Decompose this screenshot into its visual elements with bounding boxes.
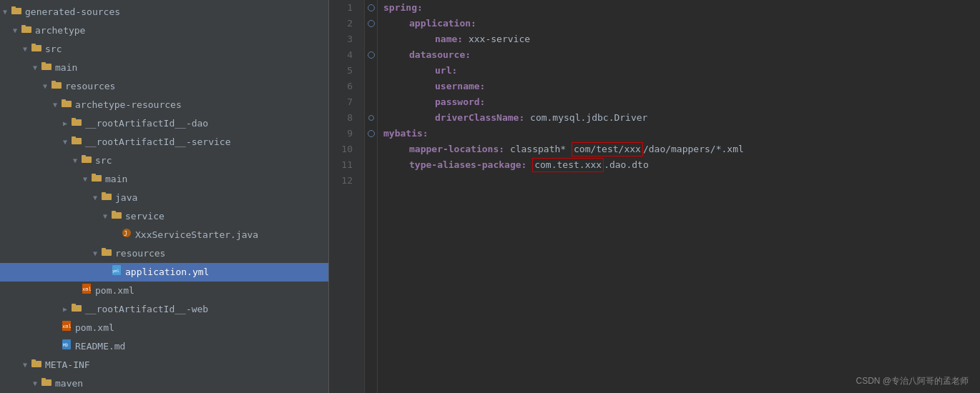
tree-item-archetype[interactable]: ▼archetype xyxy=(0,21,328,40)
svg-rect-13 xyxy=(72,118,76,120)
tree-label-meta-inf: META-INF xyxy=(45,358,90,372)
yaml-val-after2-11: .dao.dto xyxy=(604,157,649,173)
indent-space-4 xyxy=(383,47,409,63)
svg-rect-23 xyxy=(112,211,116,213)
tree-icon-java xyxy=(100,190,113,206)
tree-item-meta-inf[interactable]: ▼META-INF xyxy=(0,356,328,374)
tree-icon-main2 xyxy=(90,171,103,187)
tree-arrow-meta-inf[interactable]: ▼ xyxy=(20,358,30,372)
svg-rect-4 xyxy=(31,45,41,51)
code-line-11: type-aliases-package: com.test.xxx.dao.d… xyxy=(383,157,980,173)
tree-item-XxxServiceStarter[interactable]: JXxxServiceStarter.java xyxy=(0,226,328,244)
tree-arrow-java[interactable]: ▼ xyxy=(90,191,100,205)
tree-item-src2[interactable]: ▼src xyxy=(0,151,328,170)
code-line-7: password: xyxy=(383,94,980,110)
tree-icon-resources xyxy=(50,79,63,94)
line-numbers: 123456789101112 xyxy=(329,0,365,393)
code-editor: 123456789101112 spring: application: nam… xyxy=(329,0,980,393)
tree-label-java: java xyxy=(115,191,137,205)
tree-arrow-maven[interactable]: ▼ xyxy=(30,377,40,391)
tree-arrow-resources2[interactable]: ▼ xyxy=(90,247,100,261)
svg-rect-22 xyxy=(112,212,122,219)
tree-label-service: service xyxy=(125,209,165,224)
tree-arrow-rootArtifactId-web[interactable]: ▶ xyxy=(60,302,70,317)
svg-rect-21 xyxy=(102,192,106,194)
svg-rect-12 xyxy=(72,119,82,126)
svg-rect-32 xyxy=(72,305,82,312)
code-content: 123456789101112 spring: application: nam… xyxy=(329,0,980,393)
tree-arrow-service[interactable]: ▼ xyxy=(100,209,110,224)
tree-icon-rootArtifactId-service xyxy=(70,134,83,150)
tree-item-java[interactable]: ▼java xyxy=(0,189,328,207)
tree-item-resources2[interactable]: ▼resources xyxy=(0,244,328,263)
code-line-4: datasource: xyxy=(383,47,980,63)
tree-item-maven[interactable]: ▼maven xyxy=(0,374,328,393)
tree-item-main2[interactable]: ▼main xyxy=(0,170,328,189)
gutter-6 xyxy=(365,79,377,94)
tree-item-service[interactable]: ▼service xyxy=(0,207,328,226)
tree-item-application-yml[interactable]: ymlapplication.yml xyxy=(0,263,328,282)
line-number-9: 9 xyxy=(329,126,358,141)
yaml-key-10: mapper-locations: xyxy=(409,141,504,157)
tree-item-readme[interactable]: MDREADME.md xyxy=(0,337,328,356)
svg-rect-33 xyxy=(72,304,76,306)
svg-rect-15 xyxy=(72,136,76,139)
gutter-area xyxy=(365,0,378,393)
tree-icon-service xyxy=(110,209,123,224)
tree-arrow-resources[interactable]: ▼ xyxy=(40,79,50,94)
tree-item-resources[interactable]: ▼resources xyxy=(0,77,328,96)
tree-item-main[interactable]: ▼main xyxy=(0,59,328,77)
indent-space-11 xyxy=(383,157,409,173)
tree-icon-maven xyxy=(40,376,53,392)
svg-rect-7 xyxy=(41,62,46,64)
tree-arrow-main[interactable]: ▼ xyxy=(30,61,40,75)
svg-rect-27 xyxy=(102,248,106,250)
svg-rect-9 xyxy=(52,81,56,83)
yaml-key-4: datasource: xyxy=(409,47,471,63)
line-number-12: 12 xyxy=(329,173,358,189)
tree-item-archetype-resources[interactable]: ▼archetype-resources xyxy=(0,96,328,114)
svg-rect-41 xyxy=(41,378,46,380)
tree-item-generated-sources[interactable]: ▼generated-sources xyxy=(0,3,328,21)
gutter-10 xyxy=(365,141,377,157)
gutter-4 xyxy=(365,47,377,63)
svg-rect-40 xyxy=(41,379,52,386)
tree-label-src2: src xyxy=(95,154,112,168)
line-number-1: 1 xyxy=(329,0,358,16)
tree-item-rootArtifactId-service[interactable]: ▼__rootArtifactId__-service xyxy=(0,133,328,151)
tree-arrow-rootArtifactId-service[interactable]: ▼ xyxy=(60,135,70,149)
tree-label-main2: main xyxy=(105,172,127,186)
gutter-8 xyxy=(365,110,377,126)
tree-icon-readme: MD xyxy=(60,339,73,354)
code-line-9: mybatis: xyxy=(383,126,980,141)
fold-marker-2 xyxy=(368,20,375,27)
tree-label-main: main xyxy=(55,61,77,75)
svg-text:yml: yml xyxy=(112,269,119,274)
tree-item-pom-archetype[interactable]: xmlpom.xml xyxy=(0,319,328,337)
tree-item-rootArtifactId-web[interactable]: ▶__rootArtifactId__-web xyxy=(0,300,328,319)
svg-rect-11 xyxy=(62,99,66,101)
tree-arrow-main2[interactable]: ▼ xyxy=(80,172,90,186)
tree-arrow-rootArtifactId-dao[interactable]: ▶ xyxy=(60,116,70,131)
tree-arrow-archetype-resources[interactable]: ▼ xyxy=(50,98,60,112)
tree-item-rootArtifactId-dao[interactable]: ▶__rootArtifactId__-dao xyxy=(0,114,328,133)
tree-arrow-generated-sources[interactable]: ▼ xyxy=(0,5,10,19)
svg-rect-5 xyxy=(31,44,36,46)
yaml-key-2: application: xyxy=(409,16,476,31)
gutter-1 xyxy=(365,0,377,16)
tree-item-src[interactable]: ▼src xyxy=(0,40,328,59)
svg-rect-2 xyxy=(21,26,31,33)
svg-rect-14 xyxy=(72,138,82,144)
indent-space-8 xyxy=(383,110,435,126)
tree-arrow-archetype[interactable]: ▼ xyxy=(10,24,20,38)
tree-arrow-src[interactable]: ▼ xyxy=(20,42,30,56)
svg-rect-39 xyxy=(31,359,36,362)
svg-rect-38 xyxy=(31,361,41,367)
dot-marker-8 xyxy=(368,115,374,121)
tree-item-pom-service[interactable]: xmlpom.xml xyxy=(0,282,328,300)
yaml-key-6: username: xyxy=(435,79,485,94)
tree-arrow-src2[interactable]: ▼ xyxy=(70,154,80,168)
line-number-2: 2 xyxy=(329,16,358,31)
svg-rect-8 xyxy=(52,82,62,89)
svg-text:xml: xml xyxy=(62,324,72,329)
